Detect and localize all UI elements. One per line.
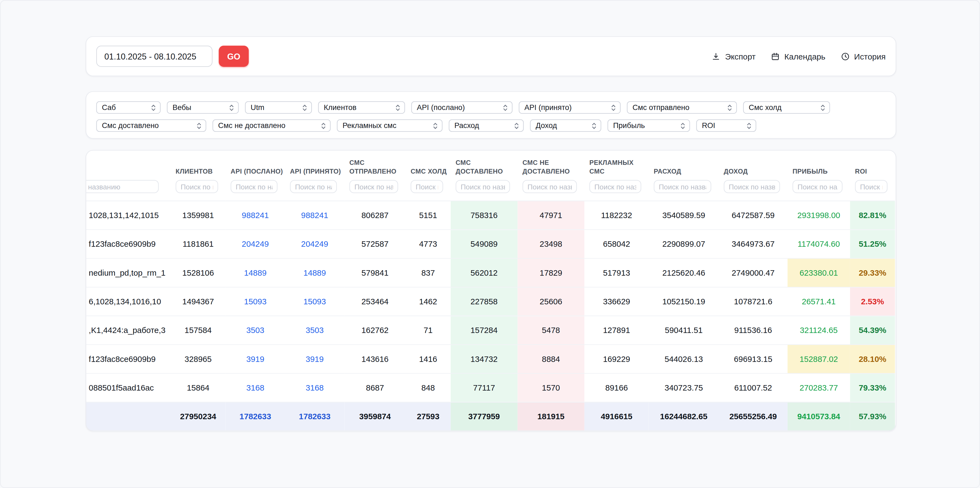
sms_sent-cell: 143616 — [345, 345, 406, 374]
filter-select[interactable]: Смс не доставлено — [212, 119, 331, 132]
filter-select[interactable]: Смс доставлено — [96, 119, 206, 132]
api_sent-cell[interactable]: 1782633 — [226, 402, 285, 431]
sms_not_delivered-cell: 23498 — [517, 230, 584, 259]
column-label: СМС доставлено — [456, 159, 517, 176]
column-label: API (послано) — [231, 159, 285, 176]
api_sent-cell[interactable]: 15093 — [226, 288, 285, 316]
updown-chevron-icon — [503, 103, 508, 111]
roi-cell: 82.81% — [850, 201, 895, 230]
api_sent-cell[interactable]: 3503 — [226, 316, 285, 345]
totals-row: 2795023417826331782633395987427593377795… — [86, 402, 895, 431]
api_sent-cell[interactable]: 3919 — [226, 345, 285, 374]
sms_not_delivered-cell: 8884 — [517, 345, 584, 374]
column-label: СМС не доставлено — [522, 159, 584, 176]
filter-select[interactable]: Саб — [96, 101, 161, 114]
filter-select[interactable]: API (послано) — [411, 101, 513, 114]
clients-cell: 1359981 — [170, 201, 226, 230]
clients-cell: 1181861 — [170, 230, 226, 259]
roi-cell: 79.33% — [850, 374, 895, 402]
column-header-api_sent: API (послано) — [226, 151, 285, 201]
calendar-button[interactable]: Календарь — [771, 52, 826, 61]
column-label — [86, 159, 170, 176]
profit-cell: 270283.77 — [788, 374, 850, 402]
income-cell: 25655256.49 — [719, 402, 788, 431]
filter-select[interactable]: Прибыль — [608, 119, 690, 132]
search-input-sms_not_delivered[interactable] — [522, 180, 577, 193]
calendar-label: Календарь — [784, 52, 825, 61]
api_received-cell[interactable]: 988241 — [285, 201, 345, 230]
search-input-roi[interactable] — [855, 180, 888, 193]
updown-chevron-icon — [680, 121, 686, 130]
download-icon — [711, 52, 721, 61]
search-input-sms_delivered[interactable] — [456, 180, 510, 193]
table-header-row: КлиентовAPI (послано)API (принято)СМС от… — [86, 151, 895, 201]
expense-cell: 340723.75 — [649, 374, 719, 402]
updown-chevron-icon — [229, 103, 234, 111]
clients-cell: 328965 — [170, 345, 226, 374]
stats-table: КлиентовAPI (послано)API (принято)СМС от… — [86, 151, 895, 431]
updown-chevron-icon — [196, 121, 202, 130]
profit-cell: 9410573.84 — [788, 402, 850, 431]
date-range-input[interactable] — [96, 46, 213, 67]
clients-cell: 157584 — [170, 316, 226, 345]
api_received-cell[interactable]: 3168 — [285, 374, 345, 402]
search-input-sms_sent[interactable] — [349, 180, 398, 193]
filters-panel: СабВебыUtmКлиентовAPI (послано)API (прин… — [86, 91, 896, 139]
sms_delivered-cell: 3777959 — [451, 402, 517, 431]
filter-select-label: ROI — [702, 121, 715, 130]
filter-select[interactable]: Доход — [530, 119, 601, 132]
api_received-cell[interactable]: 15093 — [285, 288, 345, 316]
updown-chevron-icon — [611, 103, 616, 111]
export-button[interactable]: Экспорт — [711, 52, 756, 61]
api_received-cell[interactable]: 14889 — [285, 259, 345, 287]
income-cell: 696913.15 — [719, 345, 788, 374]
search-input-name[interactable] — [86, 180, 159, 193]
filter-select[interactable]: Смс отправлено — [627, 101, 737, 114]
sms_sent-cell: 8687 — [345, 374, 406, 402]
column-header-sms_sent: СМС отправлено — [345, 151, 406, 201]
name-cell: f123fac8ce6909b9 — [86, 230, 170, 259]
api_received-cell[interactable]: 3919 — [285, 345, 345, 374]
api_sent-cell[interactable]: 988241 — [226, 201, 285, 230]
search-input-sms_hold[interactable] — [410, 180, 443, 193]
search-input-clients[interactable] — [175, 180, 218, 193]
column-label: ROI — [855, 159, 895, 176]
filter-select[interactable]: Utm — [245, 101, 312, 114]
api_sent-cell[interactable]: 204249 — [226, 230, 285, 259]
api_received-cell[interactable]: 3503 — [285, 316, 345, 345]
clients-cell: 15864 — [170, 374, 226, 402]
filter-select[interactable]: Вебы — [167, 101, 239, 114]
filter-select[interactable]: Расход — [449, 119, 524, 132]
column-label: Расход — [654, 159, 719, 176]
sms_not_delivered-cell: 17829 — [517, 259, 584, 287]
history-button[interactable]: История — [840, 52, 886, 61]
column-header-api_received: API (принято) — [285, 151, 345, 201]
api_received-cell[interactable]: 204249 — [285, 230, 345, 259]
table-row: ,K1,4424:а_работе,3157584350335031627627… — [86, 316, 895, 345]
go-button[interactable]: GO — [219, 46, 249, 67]
income-cell: 611007.52 — [719, 374, 788, 402]
api_sent-cell[interactable]: 3168 — [226, 374, 285, 402]
sms_sent-cell: 572587 — [345, 230, 406, 259]
filter-select-label: Прибыль — [613, 121, 645, 130]
search-input-income[interactable] — [724, 180, 780, 193]
search-input-api_received[interactable] — [290, 180, 337, 193]
filter-select-label: Смс не доставлено — [218, 121, 286, 130]
search-input-expense[interactable] — [654, 180, 711, 193]
filter-select[interactable]: API (принято) — [519, 101, 620, 114]
updown-chevron-icon — [727, 103, 733, 111]
filter-select[interactable]: Рекламных смс — [337, 119, 442, 132]
filter-select[interactable]: Клиентов — [318, 101, 405, 114]
search-input-ad_sms[interactable] — [589, 180, 641, 193]
api_received-cell[interactable]: 1782633 — [285, 402, 345, 431]
api_sent-cell[interactable]: 14889 — [226, 259, 285, 287]
sms_sent-cell: 162762 — [345, 316, 406, 345]
filter-select[interactable]: Смс холд — [743, 101, 830, 114]
search-input-profit[interactable] — [792, 180, 842, 193]
updown-chevron-icon — [746, 121, 752, 130]
ad_sms-cell: 89166 — [584, 374, 649, 402]
search-input-api_sent[interactable] — [231, 180, 278, 193]
filter-select[interactable]: ROI — [696, 119, 756, 132]
column-label: Доход — [724, 159, 788, 176]
name-cell: 1028,131,142,1015 — [86, 201, 170, 230]
